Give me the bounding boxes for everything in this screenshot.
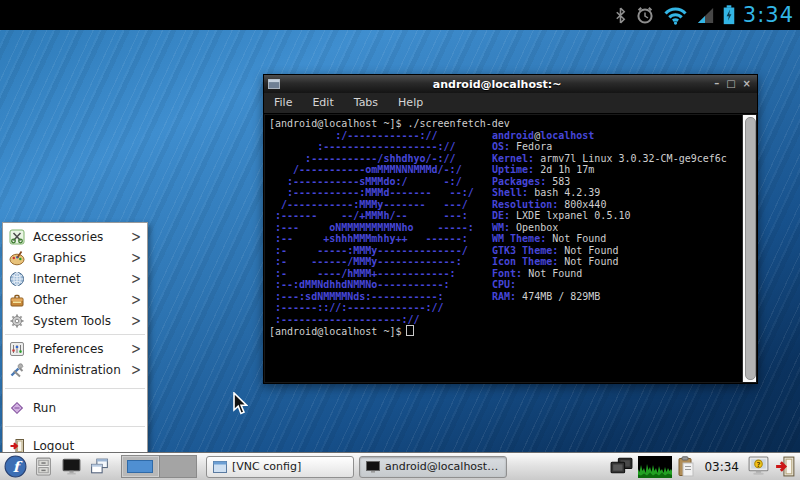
submenu-arrow-icon: > <box>131 227 141 245</box>
file-manager-launcher[interactable] <box>31 455 55 479</box>
run-diamond-icon <box>9 400 25 416</box>
gear-icon <box>9 313 25 329</box>
screenfetch-line: :-----------/shhdhyo/-://Kernel: armv7l … <box>269 153 740 165</box>
terminal-body: [android@localhost ~]$ ./screenfetch-dev… <box>265 115 756 382</box>
menu-item-other[interactable]: Other> <box>3 289 147 310</box>
close-button[interactable]: × <box>743 79 751 89</box>
menu-separator <box>5 334 145 335</box>
bluetooth-icon <box>614 6 627 25</box>
pager-window <box>127 460 153 473</box>
ascii-art: :-----------sMMMdo:/ -:/ <box>269 176 492 188</box>
terminal-icon <box>366 461 380 473</box>
ascii-art: /-----------:MMMy------- ---/ <box>269 199 492 211</box>
screenfetch-line: :- ------/MMMy-------------:Icon Theme: … <box>269 256 740 268</box>
menu-item-label: Graphics <box>33 251 123 265</box>
submenu-arrow-icon: > <box>131 339 141 357</box>
screenfetch-line: :- ----/hMMM+------------:Font: Not Foun… <box>269 268 740 280</box>
workspace-2[interactable] <box>159 456 196 477</box>
ascii-art: :-- +shhhMMMmhhy++ ------: <box>269 233 492 245</box>
menu-item-accessories[interactable]: Accessories> <box>3 226 147 247</box>
logout-icon[interactable] <box>774 455 797 478</box>
menu-item-label: Other <box>33 293 123 307</box>
ascii-art: :- ----/hMMM+------------: <box>269 268 492 280</box>
terminal-menu-tabs[interactable]: Tabs <box>344 93 388 113</box>
menu-item-label: Administration <box>33 363 123 377</box>
preferences-icon <box>9 341 25 357</box>
shell-prompt[interactable]: [android@localhost ~]$ <box>269 325 740 338</box>
terminal-scrollbar[interactable] <box>742 115 756 382</box>
scissors-icon <box>9 229 25 245</box>
screenfetch-line: /-----------:MMMy------- ---/Resolution:… <box>269 199 740 211</box>
submenu-arrow-icon: > <box>131 248 141 266</box>
submenu-arrow-icon: > <box>131 290 141 308</box>
screenfetch-line: :--:dMMNdhhdNMMNo-----------:CPU: <box>269 279 740 291</box>
window-menu-icon[interactable] <box>268 79 280 89</box>
ascii-art: :--:dMMNdhhdNMMNo-----------: <box>269 279 492 291</box>
task-button-android-localhost[interactable]: android@localhost:~ <box>359 456 507 478</box>
screenfetch-line: :--- oNMMMMMMMMMNho -----:WM: Openbox <box>269 222 740 234</box>
screensaver-lock-icon[interactable]: ? <box>747 455 770 478</box>
ascii-art: /-----------omMMMNNNMMMd/-:/ <box>269 164 492 176</box>
ascii-art: :--- oNMMMMMMMMMNho -----: <box>269 222 492 234</box>
app-menu: Accessories>Graphics>Internet>Other>Syst… <box>2 222 148 460</box>
menu-item-administration[interactable]: Administration> <box>3 359 147 380</box>
menu-item-label: Logout <box>33 439 141 453</box>
cpu-graph-icon[interactable] <box>638 456 672 478</box>
ascii-art: :- -----:MMMy--------------/ <box>269 245 492 257</box>
task-label: android@localhost:~ <box>385 460 500 473</box>
submenu-arrow-icon: > <box>131 269 141 287</box>
terminal-menu-edit[interactable]: Edit <box>302 93 343 113</box>
scrollbar-thumb[interactable] <box>745 117 756 380</box>
ascii-art: :-------------------:// <box>269 141 492 153</box>
screenfetch-line: :------:://:-------------:// <box>269 302 740 314</box>
ascii-art: :-----------:MMMd------- --:/ <box>269 187 492 199</box>
clipboard-icon[interactable] <box>676 456 696 478</box>
workspace-1[interactable] <box>122 456 159 477</box>
menu-item-internet[interactable]: Internet> <box>3 268 147 289</box>
menu-button[interactable]: f <box>3 455 27 479</box>
terminal-cursor <box>406 325 414 336</box>
wifi-icon <box>663 6 688 25</box>
signal-icon <box>696 6 715 25</box>
terminal-menu-help[interactable]: Help <box>388 93 433 113</box>
task-button-vnc-config[interactable]: [VNC config] <box>206 456 354 478</box>
window-title: android@localhost:~ <box>280 78 714 91</box>
task-list: [VNC config]android@localhost:~ <box>206 456 507 478</box>
terminal-titlebar[interactable]: android@localhost:~ – □ × <box>264 75 757 93</box>
menu-item-label: System Tools <box>33 314 123 328</box>
maximize-button[interactable]: □ <box>726 79 735 89</box>
battery-charging-icon <box>723 5 735 25</box>
network-monitors-icon[interactable] <box>609 456 634 477</box>
menu-item-run[interactable]: Run <box>3 397 147 418</box>
screenfetch-line: /-----------omMMMNNNMMMd/-:/Uptime: 2d 1… <box>269 164 740 176</box>
screenfetch-line: :--------------------:// <box>269 314 740 326</box>
terminal-output[interactable]: [android@localhost ~]$ ./screenfetch-dev… <box>265 115 742 382</box>
screenfetch-line: :- -----:MMMy--------------/GTK3 Theme: … <box>269 245 740 257</box>
menu-item-system-tools[interactable]: System Tools> <box>3 310 147 331</box>
ascii-art: :--------------------:// <box>269 314 492 326</box>
iconify-windows-button[interactable] <box>87 455 111 479</box>
terminal-launcher[interactable] <box>59 455 83 479</box>
ascii-art: :-----------/shhdhyo/-:// <box>269 153 492 165</box>
submenu-arrow-icon: > <box>131 360 141 378</box>
ascii-art: :------:://:-------------:// <box>269 302 492 314</box>
menu-item-label: Internet <box>33 272 123 286</box>
system-tray: 03:34 ? <box>609 455 797 478</box>
window-icon <box>213 461 227 473</box>
menu-item-label: Preferences <box>33 342 123 356</box>
task-label: [VNC config] <box>232 460 301 473</box>
android-status-bar[interactable]: 3:34 <box>0 0 800 30</box>
ascii-art: :/------------:// <box>269 130 492 142</box>
taskbar-clock[interactable]: 03:34 <box>700 460 743 474</box>
menu-item-graphics[interactable]: Graphics> <box>3 247 147 268</box>
submenu-arrow-icon: > <box>131 311 141 329</box>
ascii-art: :- ------/MMMy-------------: <box>269 256 492 268</box>
status-bar-time: 3:34 <box>743 0 794 30</box>
minimize-button[interactable]: – <box>714 79 719 89</box>
menu-separator <box>5 426 145 427</box>
admin-tools-icon <box>9 362 25 378</box>
screenfetch-line: :-------------------://OS: Fedora <box>269 141 740 153</box>
menu-item-preferences[interactable]: Preferences> <box>3 338 147 359</box>
terminal-menu-file[interactable]: File <box>264 93 302 113</box>
screenfetch-line: :-----------sMMMdo:/ -:/Packages: 583 <box>269 176 740 188</box>
